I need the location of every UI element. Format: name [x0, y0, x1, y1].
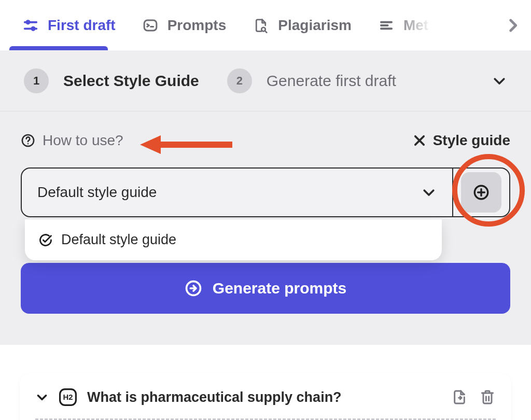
- select-value: Default style guide: [37, 184, 157, 201]
- tab-label: First draft: [48, 17, 116, 34]
- doc-search-icon: [253, 18, 269, 33]
- collapse-heading-toggle[interactable]: [35, 390, 49, 404]
- tabs-scroll-right[interactable]: [504, 17, 522, 34]
- tab-label: Prompts: [167, 17, 227, 34]
- tab-first-draft[interactable]: First draft: [9, 0, 129, 50]
- step-badge-1: 1: [24, 68, 49, 93]
- add-style-guide-section: [452, 169, 509, 216]
- tab-label: Met: [403, 17, 428, 34]
- style-guide-dropdown: Default style guide: [25, 219, 442, 260]
- generate-prompts-button[interactable]: Generate prompts: [21, 263, 510, 314]
- step-label-2: Generate first draft: [267, 72, 396, 90]
- step-badge-2: 2: [227, 68, 252, 93]
- terminal-icon: [143, 18, 158, 33]
- style-guide-title: Style guide: [433, 132, 510, 149]
- check-circle-icon: [38, 233, 53, 247]
- svg-point-3: [32, 27, 35, 30]
- bars-icon: [379, 18, 394, 33]
- dropdown-option-label: Default style guide: [61, 232, 176, 248]
- move-heading-button[interactable]: [451, 389, 468, 405]
- how-to-use-link[interactable]: How to use?: [43, 132, 123, 149]
- svg-line-7: [265, 31, 267, 32]
- style-guide-select-trigger[interactable]: Default style guide: [22, 169, 452, 216]
- heading-card: H2 What is pharmaceutical supply chain?: [20, 374, 511, 420]
- dropdown-option-default[interactable]: Default style guide: [38, 232, 428, 248]
- tab-meta[interactable]: Met: [365, 0, 432, 50]
- heading-title: What is pharmaceutical supply chain?: [87, 389, 342, 405]
- wizard-stepper: 1 Select Style Guide 2 Generate first dr…: [0, 51, 531, 111]
- step-label-1: Select Style Guide: [63, 72, 199, 90]
- add-style-guide-button[interactable]: [461, 172, 501, 213]
- style-guide-panel: How to use? Style guide Default style gu…: [0, 111, 531, 345]
- style-guide-select: Default style guide: [21, 167, 510, 217]
- panel-header-row: How to use? Style guide: [21, 132, 510, 149]
- heading-card-row: H2 What is pharmaceutical supply chain?: [35, 388, 496, 406]
- close-style-guide-button[interactable]: [412, 133, 427, 148]
- svg-text:H2: H2: [63, 393, 73, 401]
- editor-tabs: First draft Prompts Plagiarism: [0, 0, 531, 51]
- plus-circle-icon: [472, 184, 490, 201]
- h2-badge-icon: H2: [59, 388, 77, 406]
- stepper-collapse-toggle[interactable]: [492, 73, 507, 89]
- svg-point-12: [27, 143, 29, 144]
- help-icon[interactable]: [21, 133, 35, 148]
- arrow-right-circle-icon: [185, 279, 202, 297]
- delete-heading-button[interactable]: [479, 389, 496, 405]
- active-tab-indicator: [9, 46, 108, 50]
- generate-prompts-label: Generate prompts: [213, 279, 346, 297]
- tab-prompts[interactable]: Prompts: [129, 0, 240, 50]
- sliders-icon: [23, 18, 38, 33]
- svg-rect-4: [144, 20, 157, 31]
- svg-point-1: [26, 21, 30, 24]
- tab-plagiarism[interactable]: Plagiarism: [240, 0, 365, 50]
- chevron-down-icon: [421, 185, 437, 200]
- tab-label: Plagiarism: [278, 17, 352, 34]
